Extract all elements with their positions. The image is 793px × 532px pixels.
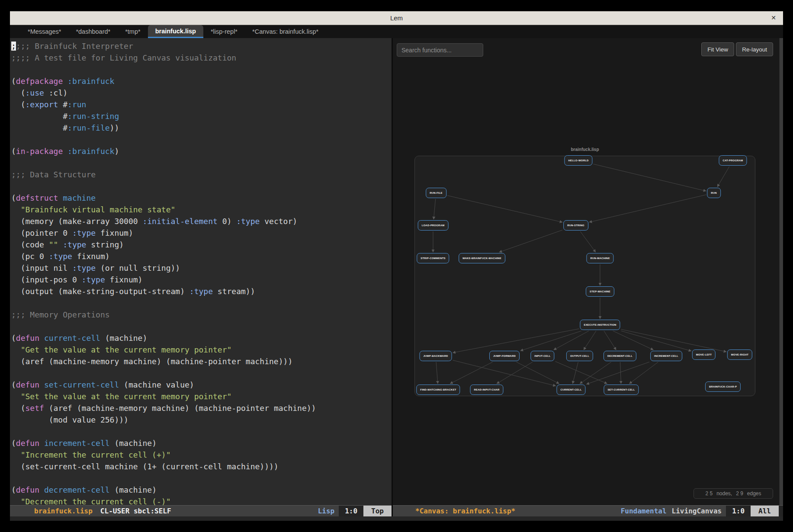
tab-brainfuck.lisp[interactable]: brainfuck.lisp — [148, 25, 203, 38]
canvas-node-run-string[interactable]: RUN-STRING — [563, 220, 588, 231]
code-line: ;;;; Brainfuck Interpreter — [11, 40, 392, 52]
echo-area — [10, 516, 783, 521]
code-line: (output (make-string-output-stream) :typ… — [11, 285, 392, 297]
tab-lisp-repl[interactable]: *lisp-repl* — [203, 25, 245, 38]
code-line: "Brainfuck virtual machine state" — [11, 204, 392, 215]
canvas-node-hello-world[interactable]: HELLO-WORLD — [564, 155, 592, 166]
canvas-node-increment-cell[interactable]: INCREMENT-CELL — [650, 351, 682, 361]
tab-dashboard[interactable]: *dashboard* — [68, 25, 118, 38]
tab-bar: *Messages**dashboard**tmp*brainfuck.lisp… — [10, 25, 783, 38]
canvas-node-make-brainfuck-machine[interactable]: MAKE-BRAINFUCK-MACHINE — [459, 253, 505, 263]
code-line: (defstruct machine — [11, 192, 392, 204]
graph-edge-input-cell-to-set-current-cell — [555, 362, 607, 384]
code-line: (defun current-cell (machine) — [11, 332, 392, 344]
graph-edge-hello-world-to-run — [594, 164, 706, 191]
code-line: "Get the value at the current memory poi… — [11, 344, 392, 356]
graph-edge-jump-backward-to-find-matching-bracket — [436, 362, 438, 384]
tab-messages[interactable]: *Messages* — [20, 25, 68, 38]
editor-modeline: brainfuck.lisp CL-USER sbcl:SELF Lisp 1:… — [10, 505, 392, 516]
code-line: (mod value 256))) — [11, 414, 392, 426]
code-line — [11, 426, 392, 437]
modeline-cursor-position: 1:0 — [726, 506, 751, 516]
text-cursor: ; — [11, 42, 16, 51]
canvas-node-find-matching-bracket[interactable]: FIND-MATCHING-BRACKET — [416, 385, 460, 395]
code-line: (setf (aref (machine-memory machine) (ma… — [11, 402, 392, 414]
canvas-modeline: *Canvas: brainfuck.lisp* Fundamental Liv… — [393, 505, 783, 516]
graph-edge-decrement-cell-to-current-cell — [580, 362, 611, 384]
graph-edge-execute-instruction-to-output-cell — [584, 331, 596, 350]
graph-edges — [393, 38, 783, 505]
code-line: #:run-string — [11, 110, 392, 122]
close-icon[interactable]: ✕ — [771, 14, 776, 21]
code-line: (defpackage :brainfuck — [11, 75, 392, 87]
code-line: "Set the value at the current memory poi… — [11, 391, 392, 402]
window-title: Lem — [390, 14, 403, 22]
canvas-node-run-file[interactable]: RUN-FILE — [426, 188, 446, 198]
canvas-node-move-right[interactable]: MOVE-RIGHT — [727, 349, 752, 360]
code-line: "Increment the current cell (+)" — [11, 449, 392, 461]
code-line: (input-pos 0 :type fixnum) — [11, 274, 392, 285]
graph-edge-cat-program-to-run — [717, 167, 729, 187]
canvas-pane[interactable]: brainfuck.lisp Fit View Re-layout 2 5 no… — [393, 38, 783, 505]
canvas-node-load-program[interactable]: LOAD-PROGRAM — [418, 220, 449, 231]
canvas-node-read-input-char[interactable]: READ-INPUT-CHAR — [470, 385, 504, 395]
code-line: ;;; Data Structure — [11, 169, 392, 180]
code-line — [11, 64, 392, 75]
code-line: (input nil :type (or null string)) — [11, 262, 392, 274]
tab-tmp[interactable]: *tmp* — [118, 25, 148, 38]
code-line: (defun increment-cell (machine) — [11, 437, 392, 449]
code-line — [11, 472, 392, 484]
graph-edge-decrement-cell-to-set-current-cell — [620, 362, 621, 384]
canvas-node-run[interactable]: RUN — [707, 188, 721, 198]
editor-pane[interactable]: ;;;; Brainfuck Interpreter;;;; A test fi… — [10, 38, 392, 505]
canvas-node-move-left[interactable]: MOVE-LEFT — [692, 349, 716, 360]
graph-edge-execute-instruction-to-input-cell — [554, 331, 589, 350]
graph-edge-increment-cell-to-set-current-cell — [629, 362, 658, 384]
code-line: (defun set-current-cell (machine value) — [11, 379, 392, 391]
modeline-filename: brainfuck.lisp — [34, 507, 93, 515]
modeline-major-mode: Fundamental — [621, 507, 667, 515]
canvas-node-output-cell[interactable]: OUTPUT-CELL — [566, 351, 593, 361]
graph-edge-run-string-to-make-brainfuck-machine — [499, 230, 562, 252]
canvas-node-jump-forward[interactable]: JUMP-FORWARD — [489, 351, 520, 361]
modeline-endcap — [779, 506, 783, 516]
canvas-node-current-cell[interactable]: CURRENT-CELL — [556, 385, 585, 395]
graph-edge-input-cell-to-read-input-char — [497, 362, 533, 384]
canvas-node-run-machine[interactable]: RUN-MACHINE — [586, 253, 613, 263]
canvas-node-cat-program[interactable]: CAT-PROGRAM — [719, 155, 747, 166]
tab-canvas-brainfuck.lisp[interactable]: *Canvas: brainfuck.lisp* — [245, 25, 326, 38]
lem-window: Lem ✕ *Messages**dashboard**tmp*brainfuc… — [10, 11, 783, 521]
code-line: "Decrement the current cell (-)" — [11, 496, 392, 505]
graph-edge-execute-instruction-to-move-right — [621, 329, 727, 352]
code-line: #:run-file)) — [11, 122, 392, 134]
code-line — [11, 367, 392, 379]
canvas-node-brainfuck-char-p[interactable]: BRAINFUCK-CHAR-P — [705, 381, 741, 392]
canvas-node-strip-comments[interactable]: STRIP-COMMENTS — [417, 253, 449, 263]
code-line — [11, 297, 392, 309]
modeline-scroll-indicator: All — [751, 506, 779, 516]
graph-edge-execute-instruction-to-decrement-cell — [604, 331, 616, 350]
graph-edge-run-file-to-run-string — [447, 195, 562, 222]
graph-edge-output-cell-to-current-cell — [573, 362, 578, 384]
modeline-cursor-position: 1:0 — [339, 506, 363, 516]
graph-edge-execute-instruction-to-move-left — [621, 331, 692, 351]
canvas-node-input-cell[interactable]: INPUT-CELL — [530, 351, 554, 361]
modeline-minor-mode: LivingCanvas — [672, 507, 722, 515]
code-line: (:export #:run — [11, 99, 392, 110]
canvas-node-decrement-cell[interactable]: DECREMENT-CELL — [604, 351, 636, 361]
code-line: (in-package :brainfuck) — [11, 145, 392, 157]
graph-edge-run-file-to-load-program — [433, 199, 435, 219]
code-line — [11, 157, 392, 169]
graph-edge-execute-instruction-to-increment-cell — [613, 331, 654, 350]
graph-edge-run-to-run-string — [589, 195, 706, 222]
code-line: (aref (machine-memory machine) (machine-… — [11, 356, 392, 367]
graph-edge-execute-instruction-to-jump-forward — [520, 331, 581, 351]
code-line — [11, 180, 392, 192]
canvas-node-step-machine[interactable]: STEP-MACHINE — [586, 286, 614, 297]
canvas-node-execute-instruction[interactable]: EXECUTE-INSTRUCTION — [580, 320, 620, 330]
canvas-node-set-current-cell[interactable]: SET-CURRENT-CELL — [604, 385, 639, 395]
code-line — [11, 320, 392, 332]
graph-edge-run-string-to-run-machine — [580, 231, 595, 252]
canvas-node-jump-backward[interactable]: JUMP-BACKWARD — [420, 351, 452, 361]
graph-edge-jump-forward-to-current-cell — [517, 362, 559, 384]
